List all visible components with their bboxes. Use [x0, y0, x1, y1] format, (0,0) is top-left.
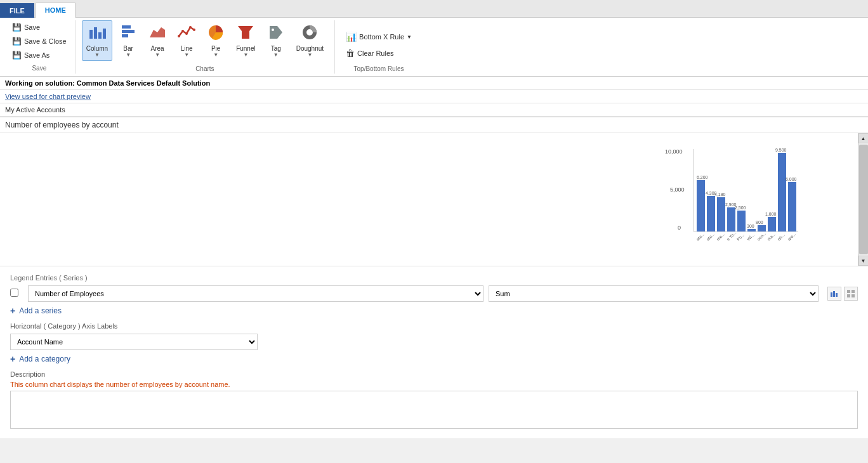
svg-rect-36: [758, 225, 766, 232]
area-icon: [148, 23, 166, 44]
svg-text:atu...: atu...: [706, 232, 715, 241]
view-bar-link[interactable]: View used for chart preview: [0, 90, 868, 103]
svg-text:Po...: Po...: [736, 232, 746, 242]
funnel-label: Funnel: [236, 45, 256, 52]
svg-rect-34: [747, 229, 756, 232]
description-title: Description: [10, 370, 858, 378]
chart-type-icons: [827, 287, 858, 301]
scroll-thumb[interactable]: [859, 145, 868, 254]
series-checkbox-input[interactable]: [10, 289, 18, 297]
description-textarea[interactable]: [10, 391, 858, 429]
doughnut-icon: [301, 23, 319, 44]
svg-text:0: 0: [678, 225, 681, 231]
column-dropdown-arrow: ▼: [95, 52, 100, 58]
svg-text:5,000: 5,000: [670, 186, 685, 193]
doughnut-chart-button[interactable]: Doughnut ▼: [292, 20, 328, 61]
top-bottom-col: 📊 Bottom X Rule ▼ 🗑 Clear Rules: [341, 29, 416, 61]
svg-rect-24: [697, 180, 705, 232]
series-field-dropdown[interactable]: Number of Employees: [28, 285, 483, 302]
svg-text:are...: are...: [787, 232, 797, 242]
column-chart-button[interactable]: Column ▼: [82, 20, 112, 61]
svg-text:9,500: 9,500: [775, 148, 787, 152]
series-checkbox[interactable]: [10, 289, 23, 299]
svg-point-15: [272, 29, 274, 31]
bar-chart-svg: 10,000 5,000 0 Sum (Numb... 6,200 4,300 …: [665, 146, 805, 254]
vertical-scrollbar[interactable]: ▲ ▼: [858, 133, 868, 266]
top-bottom-group-label: Top/Bottom Rules: [354, 63, 404, 74]
svg-text:6,200: 6,200: [697, 175, 708, 179]
svg-rect-4: [122, 25, 131, 29]
svg-rect-32: [737, 211, 746, 232]
clear-rules-button[interactable]: 🗑 Clear Rules: [341, 46, 416, 61]
svg-rect-3: [103, 29, 106, 39]
funnel-chart-button[interactable]: Funnel ▼: [232, 20, 260, 61]
tab-bar: FILE HOME: [0, 0, 868, 18]
bottom-x-rule-button[interactable]: 📊 Bottom X Rule ▼: [341, 29, 416, 44]
save-icon: 💾: [12, 23, 22, 32]
svg-text:4,180: 4,180: [714, 192, 726, 197]
config-area: Legend Entries ( Series ) Number of Empl…: [0, 266, 868, 438]
chart-area: 10,000 5,000 0 Sum (Numb... 6,200 4,300 …: [0, 133, 868, 266]
bar-label: Bar: [123, 45, 133, 52]
category-field-dropdown[interactable]: Account Name: [10, 334, 258, 350]
svg-text:atu...: atu...: [695, 232, 705, 241]
svg-rect-30: [727, 207, 735, 232]
clear-rules-icon: 🗑: [346, 48, 355, 58]
svg-rect-54: [831, 292, 832, 297]
svg-point-9: [181, 30, 184, 32]
bar-dropdown-arrow: ▼: [126, 52, 131, 58]
add-series-button[interactable]: + Add a series: [10, 306, 858, 316]
tag-icon: [267, 23, 285, 44]
svg-text:Wi...: Wi...: [746, 232, 755, 241]
save-as-button[interactable]: 💾 Save As: [9, 49, 70, 62]
working-bar: Working on solution: Common Data Service…: [0, 77, 868, 90]
doughnut-label: Doughnut: [296, 45, 324, 52]
area-chart-button[interactable]: Area ▼: [144, 20, 171, 61]
svg-rect-2: [98, 32, 102, 39]
svg-text:6,000: 6,000: [786, 177, 797, 181]
funnel-icon: [237, 23, 254, 44]
funnel-dropdown-arrow: ▼: [243, 52, 248, 58]
svg-text:oso...: oso...: [756, 231, 766, 241]
tab-file[interactable]: FILE: [0, 3, 34, 18]
svg-point-8: [178, 35, 180, 37]
charts-group-label: Charts: [195, 63, 214, 74]
svg-rect-56: [836, 293, 838, 297]
horizontal-axis-title: Horizontal ( Category ) Axis Labels: [10, 322, 858, 330]
bottom-x-rule-arrow: ▼: [407, 34, 412, 40]
save-close-label: Save & Close: [24, 37, 67, 45]
line-dropdown-arrow: ▼: [184, 52, 189, 58]
svg-text:10,000: 10,000: [665, 148, 683, 155]
tab-home[interactable]: HOME: [36, 3, 76, 18]
svg-point-11: [189, 26, 192, 29]
save-button[interactable]: 💾 Save: [9, 21, 70, 34]
pie-dropdown-arrow: ▼: [213, 52, 218, 58]
add-category-label: Add a category: [19, 355, 70, 363]
grid-type-icon[interactable]: [844, 287, 858, 301]
bottom-x-rule-label: Bottom X Rule: [359, 33, 404, 41]
tag-chart-button[interactable]: Tag ▼: [263, 20, 289, 61]
bar-chart-button[interactable]: Bar ▼: [115, 20, 141, 61]
scroll-up-arrow[interactable]: ▲: [858, 133, 869, 143]
svg-text:me...: me...: [716, 232, 725, 241]
svg-point-17: [306, 29, 313, 36]
line-chart-button[interactable]: Line ▼: [173, 20, 200, 61]
save-as-label: Save As: [24, 51, 49, 59]
tag-dropdown-arrow: ▼: [273, 52, 279, 58]
charts-buttons: Column ▼ Bar ▼: [82, 20, 328, 63]
tag-label: Tag: [271, 45, 281, 52]
svg-rect-38: [768, 217, 776, 232]
add-series-icon: +: [10, 306, 15, 316]
charts-group: Column ▼ Bar ▼: [76, 20, 335, 74]
svg-marker-7: [150, 27, 165, 37]
bar-type-icon[interactable]: [827, 287, 841, 301]
save-close-button[interactable]: 💾 Save & Close: [9, 35, 70, 48]
aggregation-dropdown[interactable]: Sum: [489, 285, 819, 302]
column-icon: [88, 23, 106, 44]
pie-chart-button[interactable]: Pie ▼: [202, 20, 229, 61]
svg-rect-59: [847, 294, 850, 297]
scroll-down-arrow[interactable]: ▼: [858, 256, 869, 266]
save-as-icon: 💾: [12, 51, 22, 60]
add-category-button[interactable]: + Add a category: [10, 354, 858, 364]
svg-rect-6: [122, 34, 128, 37]
